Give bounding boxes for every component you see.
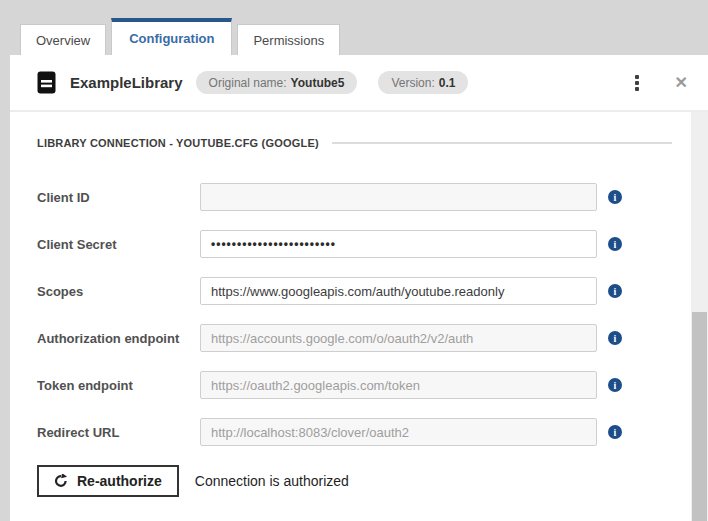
section-divider [332, 142, 672, 144]
info-icon[interactable]: i [608, 331, 622, 345]
info-icon[interactable]: i [608, 237, 622, 251]
original-name-label: Original name: [209, 76, 287, 90]
badge-original-name: Original name: Youtube5 [196, 71, 358, 94]
tab-configuration-label: Configuration [129, 31, 214, 46]
tab-configuration[interactable]: Configuration [111, 18, 232, 55]
tab-permissions[interactable]: Permissions [237, 24, 340, 55]
section-title: LIBRARY CONNECTION - YOUTUBE.CFG (GOOGLE… [37, 137, 319, 149]
kebab-dot [635, 87, 639, 91]
reauthorize-button[interactable]: Re-authorize [37, 465, 179, 497]
form-row-token-endpoint: Token endpoint i [10, 371, 691, 399]
version-label: Version: [391, 76, 434, 90]
token-endpoint-input[interactable] [200, 371, 597, 399]
tab-permissions-label: Permissions [253, 33, 324, 48]
configuration-panel: ExampleLibrary Original name: Youtube5 V… [10, 55, 708, 521]
footer-row: Re-authorize Connection is authorized [10, 465, 691, 497]
tab-bar: Overview Configuration Permissions [20, 18, 340, 55]
vertical-scrollbar-thumb[interactable] [692, 312, 707, 521]
scopes-label: Scopes [37, 284, 200, 299]
authorization-endpoint-input[interactable] [200, 324, 597, 352]
redirect-url-input[interactable] [200, 418, 597, 446]
close-icon[interactable]: ✕ [673, 73, 690, 93]
form-row-authorization-endpoint: Authorization endpoint i [10, 324, 691, 352]
vertical-scrollbar-track[interactable] [691, 112, 708, 521]
badge-version: Version: 0.1 [378, 71, 468, 94]
section-header: LIBRARY CONNECTION - YOUTUBE.CFG (GOOGLE… [37, 137, 672, 149]
info-icon[interactable]: i [608, 425, 622, 439]
redirect-url-label: Redirect URL [37, 425, 200, 440]
library-header: ExampleLibrary Original name: Youtube5 V… [10, 55, 708, 112]
kebab-dot [635, 75, 639, 79]
info-icon[interactable]: i [608, 190, 622, 204]
kebab-menu-button[interactable] [628, 73, 646, 93]
info-icon[interactable]: i [608, 284, 622, 298]
client-secret-label: Client Secret [37, 237, 200, 252]
form-row-client-secret: Client Secret i [10, 230, 691, 258]
refresh-icon [54, 474, 68, 488]
authorization-endpoint-label: Authorization endpoint [37, 331, 200, 346]
kebab-dot [635, 81, 639, 85]
form-row-client-id: Client ID i [10, 183, 691, 211]
token-endpoint-label: Token endpoint [37, 378, 200, 393]
original-name-value: Youtube5 [291, 76, 345, 90]
reauthorize-label: Re-authorize [77, 473, 162, 489]
client-id-label: Client ID [37, 190, 200, 205]
client-id-input[interactable] [200, 183, 597, 211]
scopes-input[interactable] [200, 277, 597, 305]
client-secret-input[interactable] [200, 230, 597, 258]
page-title: ExampleLibrary [70, 74, 183, 91]
connection-form: Client ID i Client Secret i Scopes i Aut… [10, 183, 691, 497]
form-content: LIBRARY CONNECTION - YOUTUBE.CFG (GOOGLE… [10, 114, 691, 521]
form-row-redirect-url: Redirect URL i [10, 418, 691, 446]
form-row-scopes: Scopes i [10, 277, 691, 305]
tab-overview[interactable]: Overview [20, 24, 106, 55]
info-icon[interactable]: i [608, 378, 622, 392]
library-book-icon [37, 71, 56, 94]
version-value: 0.1 [439, 76, 456, 90]
tab-overview-label: Overview [36, 33, 90, 48]
connection-status-text: Connection is authorized [195, 473, 349, 489]
